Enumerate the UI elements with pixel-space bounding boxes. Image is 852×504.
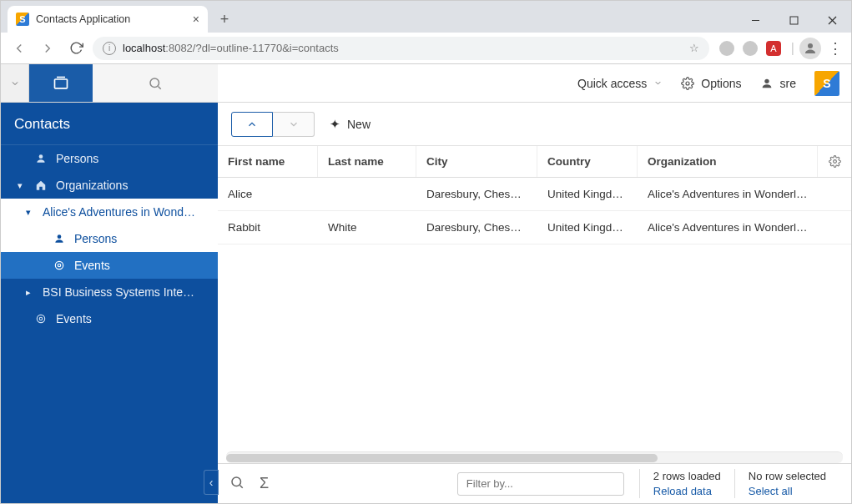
- outline-button[interactable]: [29, 64, 93, 102]
- svg-point-15: [37, 315, 44, 322]
- new-button-label: New: [347, 118, 371, 131]
- app-header: Quick access Options sre S: [1, 64, 851, 103]
- gear-icon: [681, 77, 694, 90]
- rows-loaded-label: 2 rows loaded: [653, 469, 721, 484]
- extension-icon[interactable]: [743, 41, 758, 56]
- sidebar-item-persons[interactable]: Persons: [1, 145, 218, 172]
- cell-first-name: Rabbit: [218, 221, 318, 234]
- main-content: ✦ New First name Last name City Country …: [218, 103, 851, 503]
- svg-point-13: [55, 261, 63, 269]
- search-outline-button[interactable]: [93, 64, 218, 102]
- column-header-organization[interactable]: Organization: [638, 146, 818, 177]
- cell-city: Daresbury, Cheshire: [416, 221, 537, 234]
- cell-country: United Kingdom: [537, 221, 638, 234]
- address-bar[interactable]: i localhost:8082/?dl=outline-11770&i=con…: [93, 37, 709, 60]
- chevron-right-icon: ▸: [23, 287, 34, 298]
- rows-loaded-status: 2 rows loaded Reload data: [639, 469, 734, 498]
- table-settings-button[interactable]: [818, 146, 851, 177]
- minimize-button[interactable]: [736, 8, 774, 33]
- svg-point-14: [58, 264, 61, 267]
- extension-icons: A: [714, 41, 786, 56]
- back-button[interactable]: [8, 37, 31, 60]
- chevron-down-icon: ▾: [23, 207, 34, 218]
- quick-access-menu[interactable]: Quick access: [577, 77, 663, 90]
- sidebar-item-org-bsi[interactable]: ▸ BSI Business Systems Inte…: [1, 279, 218, 305]
- reload-button[interactable]: [64, 37, 88, 60]
- svg-line-19: [239, 485, 242, 487]
- table-row[interactable]: AliceDaresbury, CheshireUnited KingdomAl…: [218, 178, 851, 211]
- forward-button[interactable]: [36, 37, 59, 60]
- url-path: :8082/?dl=outline-11770&i=contacts: [165, 42, 338, 54]
- column-header-country[interactable]: Country: [537, 146, 638, 177]
- status-bar: Σ 2 rows loaded Reload data No row selec…: [218, 463, 851, 503]
- cell-last-name: White: [318, 221, 416, 234]
- cell-country: United Kingdom: [537, 188, 638, 200]
- cell-first-name: Alice: [218, 188, 318, 200]
- extension-icon[interactable]: A: [766, 41, 781, 56]
- options-menu[interactable]: Options: [681, 77, 741, 90]
- extension-icon[interactable]: [719, 41, 734, 56]
- selection-status: No row selected Select all: [734, 469, 839, 498]
- toolbar: ✦ New: [218, 103, 851, 146]
- sidebar-item-label: Events: [74, 259, 110, 272]
- bookmark-icon[interactable]: ☆: [689, 42, 699, 54]
- profile-avatar-icon[interactable]: [799, 38, 821, 59]
- reload-data-link[interactable]: Reload data: [653, 484, 721, 499]
- chevron-down-icon: ▾: [14, 180, 26, 191]
- nav-history-buttons: [231, 112, 315, 137]
- column-header-last-name[interactable]: Last name: [318, 146, 416, 177]
- horizontal-scrollbar[interactable]: [226, 451, 843, 463]
- view-menu-button[interactable]: [1, 64, 29, 102]
- nav-down-button[interactable]: [273, 112, 315, 137]
- browser-tab[interactable]: S Contacts Application ×: [8, 6, 208, 33]
- app-logo-icon: S: [814, 71, 839, 96]
- svg-rect-5: [55, 79, 68, 88]
- svg-point-4: [808, 43, 813, 48]
- close-window-button[interactable]: [813, 8, 851, 33]
- svg-point-9: [686, 82, 689, 85]
- aggregate-button[interactable]: Σ: [260, 475, 269, 492]
- svg-point-11: [39, 154, 43, 159]
- svg-point-17: [833, 160, 836, 164]
- table-header-row: First name Last name City Country Organi…: [218, 146, 851, 178]
- user-icon: [760, 77, 774, 90]
- sidebar-item-events[interactable]: Events: [1, 305, 218, 332]
- column-header-first-name[interactable]: First name: [218, 146, 318, 177]
- target-icon: [34, 313, 48, 325]
- sidebar-item-organizations[interactable]: ▾ Organizations: [1, 172, 218, 199]
- column-header-city[interactable]: City: [416, 146, 537, 177]
- sidebar-item-org-alice-persons[interactable]: Persons: [1, 225, 218, 252]
- sidebar-item-label: Persons: [56, 152, 98, 165]
- new-tab-button[interactable]: +: [213, 8, 236, 31]
- target-icon: [53, 260, 66, 271]
- browser-tabstrip: S Contacts Application × +: [1, 1, 851, 33]
- cell-organization: Alice's Adventures in Wonderl…: [638, 188, 818, 200]
- table-row[interactable]: RabbitWhiteDaresbury, CheshireUnited Kin…: [218, 211, 851, 244]
- options-label: Options: [701, 77, 741, 90]
- user-label: sre: [780, 77, 796, 90]
- maximize-button[interactable]: [774, 8, 813, 33]
- sidebar-item-label: Organizations: [56, 179, 128, 192]
- favicon-icon: S: [16, 13, 29, 26]
- sidebar-item-label: Events: [56, 312, 92, 325]
- browser-window: S Contacts Application × + i localhost:8…: [0, 0, 852, 504]
- sidebar-item-label: Persons: [74, 232, 117, 245]
- url-host: localhost: [123, 42, 165, 54]
- browser-menu-icon[interactable]: ⋮: [826, 39, 844, 58]
- sidebar-item-org-alice-events[interactable]: Events: [1, 252, 218, 279]
- scrollbar-thumb[interactable]: [226, 454, 658, 462]
- site-info-icon[interactable]: i: [103, 42, 116, 55]
- sidebar-collapse-handle[interactable]: ‹: [204, 470, 219, 495]
- search-table-button[interactable]: [229, 475, 245, 492]
- sidebar-item-org-alice[interactable]: ▾ Alice's Adventures in Wond…: [1, 199, 218, 225]
- svg-point-7: [150, 78, 159, 88]
- cell-organization: Alice's Adventures in Wonderl…: [638, 221, 818, 234]
- new-button[interactable]: ✦ New: [325, 113, 376, 135]
- select-all-link[interactable]: Select all: [749, 484, 826, 499]
- window-controls: [736, 8, 851, 33]
- filter-input[interactable]: [457, 472, 624, 496]
- close-tab-icon[interactable]: ×: [193, 13, 199, 26]
- user-menu[interactable]: sre: [760, 77, 796, 90]
- svg-rect-1: [790, 17, 798, 24]
- nav-up-button[interactable]: [231, 112, 273, 137]
